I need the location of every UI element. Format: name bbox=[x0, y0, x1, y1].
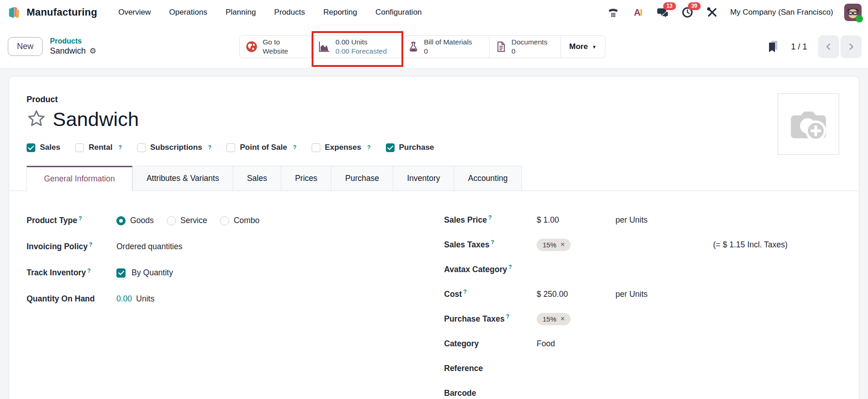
notebook-tabs: General Information Attributes & Variant… bbox=[9, 166, 859, 191]
go-to-website-button[interactable]: Go to Website bbox=[239, 35, 312, 58]
tab-accounting[interactable]: Accounting bbox=[454, 166, 522, 191]
help-icon[interactable]: ? bbox=[508, 264, 511, 270]
menu-overview[interactable]: Overview bbox=[118, 8, 151, 17]
track-inventory-toggle[interactable]: By Quantity bbox=[116, 268, 444, 278]
main-menu: Overview Operations Planning Products Re… bbox=[118, 8, 422, 17]
bill-of-materials-button[interactable]: Bill of Materials 0 bbox=[401, 35, 489, 58]
category-label: Category bbox=[444, 339, 479, 348]
help-icon[interactable]: ? bbox=[463, 289, 467, 295]
chevron-right-icon[interactable] bbox=[841, 35, 862, 58]
purchase-tax-tag[interactable]: 15% × bbox=[537, 313, 571, 325]
clock-icon[interactable]: 39 bbox=[681, 5, 694, 19]
cost-value[interactable]: $ 250.00 bbox=[537, 290, 615, 299]
documents-button[interactable]: Documents 0 bbox=[489, 35, 561, 58]
expenses-checkbox[interactable] bbox=[312, 143, 320, 152]
sales-price-uom: per Units bbox=[615, 215, 648, 225]
invoicing-policy-label: Invoicing Policy bbox=[27, 242, 88, 251]
radio-goods[interactable]: Goods bbox=[116, 216, 154, 225]
x-icon[interactable]: × bbox=[560, 315, 565, 322]
bookmark-icon[interactable] bbox=[766, 40, 780, 54]
quantity-on-hand-label: Quantity On Hand bbox=[27, 294, 95, 303]
stat-buttons: Go to Website 0.00 Units 0.00 Forecasted… bbox=[239, 35, 605, 58]
tools-icon[interactable] bbox=[705, 5, 719, 19]
reference-label: Reference bbox=[444, 364, 483, 373]
tab-sales[interactable]: Sales bbox=[233, 166, 281, 191]
help-icon[interactable]: ? bbox=[79, 215, 82, 222]
chat-icon[interactable]: 13 bbox=[656, 5, 670, 19]
sales-checkbox[interactable] bbox=[27, 143, 35, 152]
subscriptions-checkbox[interactable] bbox=[137, 143, 146, 152]
product-toggles: Sales Rental? Subscriptions? Point of Sa… bbox=[27, 143, 841, 152]
invoicing-policy-value[interactable]: Ordered quantities bbox=[116, 242, 444, 251]
track-inventory-checkbox[interactable] bbox=[116, 268, 126, 278]
main-content: Product Sandwich Sales Rental? bbox=[0, 69, 868, 399]
toggle-point-of-sale[interactable]: Point of Sale? bbox=[226, 143, 296, 152]
toggle-rental[interactable]: Rental? bbox=[75, 143, 121, 152]
toggle-expenses[interactable]: Expenses? bbox=[312, 143, 371, 152]
help-icon[interactable]: ? bbox=[488, 214, 491, 221]
menu-planning[interactable]: Planning bbox=[225, 8, 256, 17]
go-to-website-line1: Go to bbox=[263, 38, 288, 47]
radio-service[interactable]: Service bbox=[167, 216, 207, 225]
forecasted-line: 0.00 Forecasted bbox=[335, 47, 387, 56]
barcode-row: Barcode bbox=[444, 381, 841, 399]
user-avatar[interactable] bbox=[844, 4, 862, 21]
toggle-purchase[interactable]: Purchase bbox=[386, 143, 434, 152]
product-name[interactable]: Sandwich bbox=[53, 108, 139, 131]
app-brand[interactable]: Manufacturing bbox=[7, 5, 97, 20]
toggle-subscriptions[interactable]: Subscriptions? bbox=[137, 143, 212, 152]
tab-attributes-variants[interactable]: Attributes & Variants bbox=[132, 166, 233, 191]
purchase-checkbox[interactable] bbox=[386, 143, 395, 152]
menu-reporting[interactable]: Reporting bbox=[323, 8, 357, 17]
product-image-upload[interactable] bbox=[778, 93, 839, 155]
documents-count: 0 bbox=[511, 47, 547, 56]
goods-radio[interactable] bbox=[116, 216, 126, 225]
sales-tax-tag[interactable]: 15% × bbox=[537, 239, 571, 251]
tab-prices[interactable]: Prices bbox=[281, 166, 332, 191]
quantity-on-hand-row: Quantity On Hand 0.00 Units bbox=[27, 286, 444, 312]
point-of-sale-checkbox[interactable] bbox=[226, 143, 235, 152]
new-button[interactable]: New bbox=[8, 37, 43, 56]
company-name[interactable]: My Company (San Francisco) bbox=[730, 8, 833, 17]
cost-label: Cost bbox=[444, 290, 462, 299]
quantity-on-hand-link[interactable]: 0.00 bbox=[116, 294, 132, 304]
product-type-label: Product Type bbox=[27, 216, 77, 225]
breadcrumb-products-link[interactable]: Products bbox=[50, 37, 96, 46]
barcode-label: Barcode bbox=[444, 388, 476, 398]
menu-products[interactable]: Products bbox=[274, 8, 305, 17]
gear-icon[interactable]: ⚙ bbox=[89, 46, 96, 56]
rental-checkbox[interactable] bbox=[75, 143, 84, 152]
product-field-label: Product bbox=[27, 95, 841, 104]
x-icon[interactable]: × bbox=[560, 241, 565, 248]
help-icon[interactable]: ? bbox=[87, 268, 90, 274]
menu-operations[interactable]: Operations bbox=[169, 8, 207, 17]
breadcrumb-current: Sandwich bbox=[50, 46, 86, 56]
tab-purchase[interactable]: Purchase bbox=[331, 166, 393, 191]
menu-configuration[interactable]: Configuration bbox=[375, 8, 422, 17]
help-icon[interactable]: ? bbox=[491, 239, 494, 246]
tab-inventory[interactable]: Inventory bbox=[393, 166, 454, 191]
area-chart-icon bbox=[317, 40, 331, 54]
help-icon[interactable]: ? bbox=[89, 241, 92, 248]
service-radio[interactable] bbox=[167, 216, 176, 225]
ai-icon[interactable]: AI bbox=[631, 5, 645, 19]
sales-taxes-row: Sales Taxes? 15% × (= $ 1.15 Incl. Taxes… bbox=[444, 232, 841, 257]
more-dropdown-button[interactable]: More ▼ bbox=[560, 35, 605, 58]
combo-radio[interactable] bbox=[220, 216, 229, 225]
phone-icon[interactable] bbox=[606, 5, 620, 19]
purchase-taxes-row: Purchase Taxes? 15% × bbox=[444, 306, 841, 331]
online-status-dot bbox=[856, 15, 863, 22]
tab-general-information[interactable]: General Information bbox=[27, 166, 132, 191]
documents-label: Documents bbox=[511, 38, 547, 47]
sales-price-value[interactable]: $ 1.00 bbox=[537, 215, 615, 225]
cost-uom: per Units bbox=[615, 290, 648, 299]
toggle-sales[interactable]: Sales bbox=[27, 143, 60, 152]
units-forecast-button[interactable]: 0.00 Units 0.00 Forecasted bbox=[311, 35, 402, 58]
star-icon[interactable] bbox=[27, 109, 46, 130]
avatax-category-label: Avatax Category bbox=[444, 265, 507, 274]
category-value[interactable]: Food bbox=[537, 339, 841, 349]
radio-combo[interactable]: Combo bbox=[220, 216, 259, 225]
chevron-left-icon[interactable] bbox=[818, 35, 839, 58]
help-icon[interactable]: ? bbox=[506, 313, 509, 320]
purchase-taxes-label: Purchase Taxes bbox=[444, 314, 505, 323]
